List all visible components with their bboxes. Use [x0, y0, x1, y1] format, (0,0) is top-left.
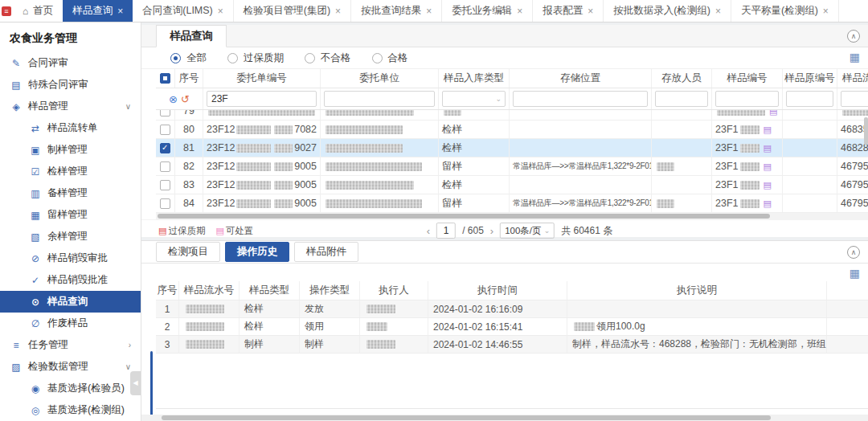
sidebar-item-sample-management[interactable]: ◈ 样品管理 ∨: [0, 96, 141, 117]
collapse-panel-icon[interactable]: ∧: [847, 246, 860, 259]
table-row[interactable]: 79 ▤: [156, 110, 868, 121]
tab-batch-data-entry[interactable]: 按批数据录入(检测组) ×: [604, 0, 731, 22]
table-row[interactable]: 83 23F129005 检样 23F1▤ 467957: [156, 176, 868, 194]
sample-label-icon[interactable]: ▤: [769, 110, 777, 116]
history-row[interactable]: 2 检样 领用 2024-01-02 16:15:41 领用100.0g: [156, 318, 868, 336]
legend-disposable: ▤ 可处置: [213, 225, 253, 237]
row-checkbox[interactable]: [160, 180, 170, 190]
sidebar-item-task-management[interactable]: ≡ 任务管理 ›: [0, 334, 141, 356]
sidebar-item-test-sample-management[interactable]: ☑ 检样管理: [0, 161, 141, 182]
tab-balance-weighing[interactable]: 天平称量(检测组) ×: [731, 0, 839, 22]
storage-type-filter-select[interactable]: ⌄: [442, 91, 506, 107]
prev-page-icon[interactable]: ‹: [427, 225, 430, 237]
location-filter-input[interactable]: [513, 91, 648, 107]
sidebar-item-retained-sample-management[interactable]: ▦ 留样管理: [0, 204, 141, 226]
serial-filter-input[interactable]: [841, 91, 868, 107]
close-icon[interactable]: ×: [426, 6, 432, 17]
column-settings-icon[interactable]: ▦: [850, 268, 860, 279]
row-checkbox[interactable]: [160, 125, 170, 135]
pagination: ‹ / 605 › 100条/页 ⌄ 共 60461 条: [427, 223, 612, 239]
sidebar-item-test-data-management[interactable]: ▨ 检验数据管理 ∨: [0, 356, 141, 378]
tab-batch-query-result[interactable]: 按批查询结果 ×: [351, 0, 442, 22]
sidebar-item-sample-query[interactable]: ⊙ 样品查询: [0, 291, 141, 313]
tab-operation-history[interactable]: 操作历史: [225, 242, 289, 262]
order-no-filter-input[interactable]: [207, 91, 317, 107]
page-number-input[interactable]: [436, 223, 456, 239]
orig-no-filter-input[interactable]: [786, 91, 833, 107]
cell-orig-no: [783, 110, 837, 120]
clear-filter-icon[interactable]: ⊗: [169, 93, 178, 105]
cell-seq: 80: [175, 121, 203, 138]
sample-label-icon[interactable]: ▤: [764, 162, 772, 171]
table-row[interactable]: 80 23F127082 检样 23F1▤ 468359: [156, 121, 868, 139]
tab-home[interactable]: ⌂ 首页: [13, 0, 63, 22]
sidebar-item-sample-prep-management[interactable]: ▣ 制样管理: [0, 139, 141, 161]
row-checkbox[interactable]: [160, 161, 170, 172]
sidebar-item-sample-destroy-authorize[interactable]: ✓ 样品销毁批准: [0, 269, 141, 291]
next-page-icon[interactable]: ›: [490, 225, 493, 237]
sidebar-collapse-handle[interactable]: ◀: [130, 371, 141, 395]
cell-extra: [827, 300, 868, 317]
sidebar-item-matrix-select-inspector[interactable]: ◉ 基质选择(检验员): [0, 378, 141, 399]
menu-icon[interactable]: ≡: [2, 6, 11, 16]
page-size-select[interactable]: 100条/页 ⌄: [500, 223, 555, 239]
tab-test-item-management[interactable]: 检验项目管理(集团) ×: [234, 0, 351, 22]
tab-commission-edit[interactable]: 委托业务编辑 ×: [442, 0, 533, 22]
close-icon[interactable]: ×: [823, 6, 829, 17]
detail-toolbar: ▦: [141, 264, 868, 281]
page-horizontal-scrollbar[interactable]: [141, 415, 868, 421]
table-row[interactable]: 84 23F129005 留样 常温样品库—>>常温样品库1,322*9-2F0…: [156, 194, 868, 213]
tab-test-items[interactable]: 检测项目: [156, 242, 220, 262]
sidebar-item-sample-transfer-form[interactable]: ⇄ 样品流转单: [0, 117, 141, 139]
sidebar-item-special-contract-review[interactable]: ▤ 特殊合同评审: [0, 74, 141, 96]
cell-client: [321, 139, 439, 157]
close-icon[interactable]: ×: [117, 6, 123, 17]
sidebar-item-backup-sample-management[interactable]: ▥ 备样管理: [0, 182, 141, 204]
tab-contract-query[interactable]: 合同查询(LIMS) ×: [133, 0, 234, 22]
sample-label-icon[interactable]: ▤: [764, 125, 772, 134]
sample-no-filter-input[interactable]: [715, 91, 779, 107]
sidebar-item-sample-destroy-approval[interactable]: ⊘ 样品销毁审批: [0, 247, 141, 269]
sidebar-item-surplus-sample-management[interactable]: ▧ 余样管理: [0, 226, 141, 247]
radio-label: 全部: [186, 51, 207, 65]
table-horizontal-scrollbar[interactable]: [156, 213, 868, 219]
table-row[interactable]: 82 23F129005 留样 常温样品库—>>常温样品库1,322*9-2F0…: [156, 157, 868, 176]
table-vertical-scrollbar[interactable]: [864, 117, 868, 145]
close-icon[interactable]: ×: [715, 6, 721, 17]
sidebar-item-contract-review[interactable]: ✎ 合同评审: [0, 52, 141, 74]
row-checkbox[interactable]: [160, 198, 170, 209]
close-icon[interactable]: ×: [218, 6, 223, 17]
sample-label-icon[interactable]: ▤: [764, 199, 772, 208]
radio-all[interactable]: 全部: [170, 51, 207, 65]
close-icon[interactable]: ×: [588, 6, 593, 17]
cell-op-type: 制样: [300, 336, 360, 353]
client-filter-input[interactable]: [324, 91, 435, 107]
keeper-filter-input[interactable]: [655, 91, 708, 107]
sidebar-item-voided-sample[interactable]: ∅ 作废样品: [0, 313, 141, 334]
cell-seq: 2: [156, 318, 179, 335]
row-checkbox[interactable]: [160, 143, 170, 153]
cell-sample-no: 23F1▤: [712, 176, 783, 194]
close-icon[interactable]: ×: [517, 6, 522, 17]
col-sample-type: 样品类型: [240, 281, 300, 300]
tab-sample-attachments[interactable]: 样品附件: [294, 242, 358, 262]
tab-sample-query[interactable]: 样品查询 ×: [63, 0, 133, 22]
sample-label-icon[interactable]: ▤: [764, 181, 772, 190]
radio-expired[interactable]: 过保质期: [227, 51, 284, 65]
radio-unqualified[interactable]: 不合格: [305, 51, 351, 65]
table-row-selected[interactable]: 81 23F129027 检样 23F1▤ 468288: [156, 139, 868, 157]
collapse-panel-icon[interactable]: ∧: [847, 30, 860, 43]
column-settings-icon[interactable]: ▦: [850, 51, 860, 63]
sidebar-item-matrix-select-group[interactable]: ◎ 基质选择(检测组): [0, 399, 141, 421]
refresh-icon[interactable]: ↺: [181, 93, 190, 105]
sample-label-icon[interactable]: ▤: [764, 144, 772, 153]
close-icon[interactable]: ×: [335, 6, 341, 17]
row-checkbox[interactable]: [160, 110, 170, 116]
sidebar-item-label: 作废样品: [47, 317, 88, 330]
history-row[interactable]: 1 检样 发放 2024-01-02 16:16:09: [156, 300, 868, 318]
radio-qualified[interactable]: 合格: [372, 51, 408, 65]
select-all-checkbox[interactable]: [160, 73, 170, 84]
tab-label: 按批查询结果: [361, 4, 421, 18]
history-row[interactable]: 3 制样 制样 2024-01-02 14:46:55 制样，样品流水号：468…: [156, 336, 868, 354]
tab-report-config[interactable]: 报表配置 ×: [533, 0, 604, 22]
